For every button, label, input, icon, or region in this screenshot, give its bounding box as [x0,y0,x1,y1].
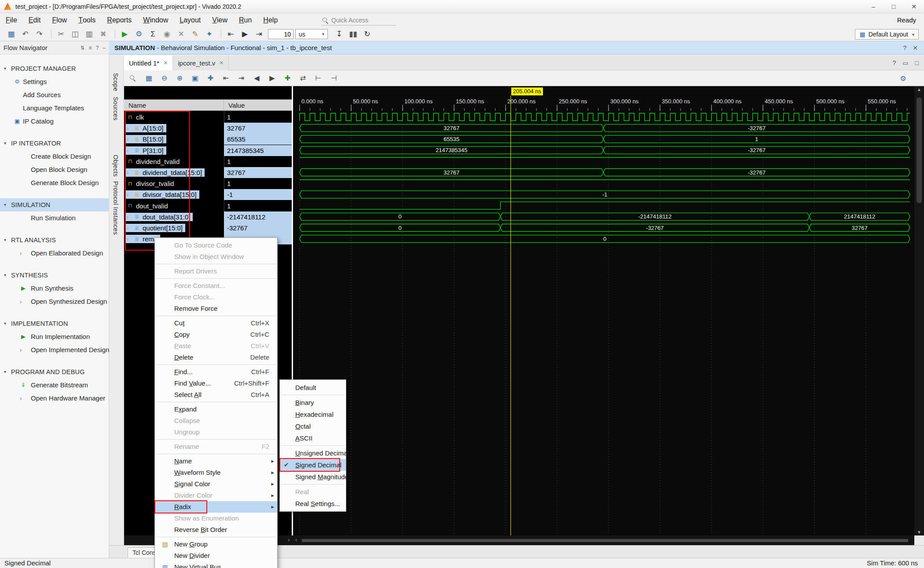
scroll-up-icon[interactable]: ▲ [914,87,924,92]
signal-name-cell[interactable]: ⊓divisor_tvalid [124,178,224,189]
flow-section-simulation[interactable]: ▾SIMULATION [0,198,109,211]
signal-name-cell[interactable]: ›≣A[15:0] [124,123,224,134]
flow-item-add-sources[interactable]: Add Sources [0,88,109,102]
menu-item-copy[interactable]: CopyCtrl+C [155,329,277,340]
side-tab-scope[interactable]: Scope [112,73,119,91]
run-time-input[interactable] [268,29,293,39]
scrollbar-track[interactable] [302,539,908,542]
close-icon[interactable]: ✕ [219,60,224,66]
menubar-item-file[interactable]: File [0,13,23,27]
save-icon[interactable]: ▦ [5,29,17,40]
flow-section-implementation[interactable]: ▾IMPLEMENTATION [0,317,109,330]
menu-item-remove-force[interactable]: Remove Force [155,303,277,314]
signal-value-cell[interactable]: 1 [224,156,293,167]
signal-name-cell[interactable]: ⊓dividend_tvalid [124,156,224,167]
flow-section-synthesis[interactable]: ▾SYNTHESIS [0,269,109,282]
flow-section-program-and-debug[interactable]: ▾PROGRAM AND DEBUG [0,365,109,379]
flow-item-settings[interactable]: ⚙Settings [0,75,109,88]
menu-item-default[interactable]: Default [280,382,346,393]
settings-icon[interactable]: ⚙ [133,29,145,40]
signal-row-a-15-0[interactable]: ›≣A[15:0]32767 [124,123,293,134]
signal-name-cell[interactable]: ›≣P[31:0] [124,145,224,156]
menu-item-radix[interactable]: Radix▸ [155,501,277,513]
tab-untitled-1[interactable]: Untitled 1*✕ [124,55,173,70]
expand-arrow-icon[interactable]: › [127,225,132,231]
waveform-area[interactable]: 0.000 ns50.000 ns100.000 ns150.000 ns200… [293,86,914,535]
run-all-icon[interactable]: ▶ [239,29,251,40]
signal-value-cell[interactable]: 32767 [224,123,293,134]
zoom-in-icon[interactable]: ⊕ [174,73,186,84]
collapse-right-icon[interactable]: › [288,536,290,543]
expand-arrow-icon[interactable]: › [127,169,132,176]
menu-item-octal[interactable]: Octal [280,420,346,432]
restart-simulation-icon[interactable]: ⇤ [225,29,237,40]
menu-item-signed-magnitude[interactable]: Signed Magnitude [280,471,346,483]
menu-item-reverse-bit-order[interactable]: Reverse Bit Order [155,524,277,535]
name-column-header[interactable]: Name [124,99,224,111]
wave-settings-icon[interactable]: ⚙ [897,73,909,84]
add-marker-icon[interactable]: ✚ [282,73,293,84]
signal-value-cell[interactable]: 32767 [224,167,293,178]
menu-item-cut[interactable]: CutCtrl+X [155,317,277,329]
signal-name-cell[interactable]: ⊓clk [124,112,224,123]
signal-name-cell[interactable]: ›≣quotient[15:0] [124,222,224,233]
save-wave-config-icon[interactable]: ▦ [143,73,155,84]
pause-icon[interactable]: ▮▮ [347,29,359,40]
go-to-last-time-icon[interactable]: ⇥ [235,73,247,84]
menu-item-find-value[interactable]: Find Value...Ctrl+Shift+F [155,378,277,389]
menu-item-unsigned-decimal[interactable]: Unsigned Decimal [280,447,346,459]
signal-value-cell[interactable]: -2147418112 [224,211,293,222]
expand-arrow-icon[interactable]: › [127,191,132,198]
signal-name-cell[interactable]: ›≣dividend_tdata[15:0] [124,167,224,178]
maximize-button[interactable]: □ [884,0,904,13]
signal-value-cell[interactable]: -32767 [224,222,293,233]
menu-item-delete[interactable]: DeleteDelete [155,352,277,363]
expand-arrow-icon[interactable]: › [127,136,132,142]
paste-icon[interactable]: ▥ [83,29,95,40]
cursor-time-label[interactable]: 205.004 ns [511,87,543,95]
scrollbar-thumb[interactable] [302,539,908,542]
maximize-icon[interactable]: □ [915,59,919,66]
menu-item-new-divider[interactable]: New Divider [155,550,277,561]
run-icon[interactable]: ▶ [119,29,131,40]
menu-item-new-group[interactable]: ▧New Group [155,539,277,550]
scrollbar-thumb[interactable] [917,98,922,203]
expand-arrow-icon[interactable]: › [20,247,22,260]
flow-item-run-simulation[interactable]: Run Simulation [0,211,109,225]
signal-row-clk[interactable]: ⊓clk1 [124,112,293,123]
flow-section-ip-integrator[interactable]: ▾IP INTEGRATOR [0,137,109,150]
signal-value-cell[interactable]: 1 [224,200,293,211]
quick-access-search[interactable]: Quick Access [321,15,396,25]
menu-item-ascii[interactable]: ASCII [280,432,346,444]
flow-item-create-block-design[interactable]: Create Block Design [0,150,109,163]
expand-arrow-icon[interactable]: › [127,214,132,220]
signal-row-p-31-0[interactable]: ›≣P[31:0]2147385345 [124,145,293,156]
menubar-item-help[interactable]: Help [257,13,283,27]
flow-item-run-implementation[interactable]: ▶Run Implementation [0,330,109,343]
expand-arrow-icon[interactable]: › [127,125,132,131]
edit-icon[interactable]: ✎ [189,29,201,40]
menubar-item-reports[interactable]: Reports [101,13,137,27]
next-transition-icon[interactable]: ▶ [266,73,278,84]
expand-arrow-icon[interactable]: › [20,295,22,308]
signal-row-dout-tdata-31-0[interactable]: ›≣dout_tdata[31:0]-2147418112 [124,211,293,222]
minimize-button[interactable]: – [863,0,884,13]
menu-item-expand[interactable]: Expand [155,404,277,415]
copy-icon[interactable]: ◫ [69,29,81,40]
menubar-item-layout[interactable]: Layout [174,13,206,27]
expand-arrow-icon[interactable]: › [20,343,22,357]
float-icon[interactable]: ▭ [902,59,908,66]
flow-item-ip-catalog[interactable]: ▣IP Catalog [0,115,109,128]
signal-row-divisor-tdata-15-0[interactable]: ›≣divisor_tdata[15:0]-1 [124,189,293,200]
signal-row-dividend-tdata-15-0[interactable]: ›≣dividend_tdata[15:0]32767 [124,167,293,178]
erase-icon[interactable]: ✕ [175,29,187,40]
signal-name-cell[interactable]: ⊓dout_tvalid [124,200,224,211]
signal-row-b-15-0[interactable]: ›≣B[15:0]65535 [124,134,293,145]
signal-value-cell[interactable]: -1 [224,189,293,200]
help-icon[interactable]: ? [893,59,896,66]
zoom-fit-icon[interactable]: ▣ [189,73,201,84]
scroll-down-icon[interactable]: ▼ [914,530,924,535]
previous-transition-icon[interactable]: ◀ [251,73,263,84]
menubar-item-edit[interactable]: Edit [23,13,47,27]
help-icon[interactable]: ? [903,41,906,55]
